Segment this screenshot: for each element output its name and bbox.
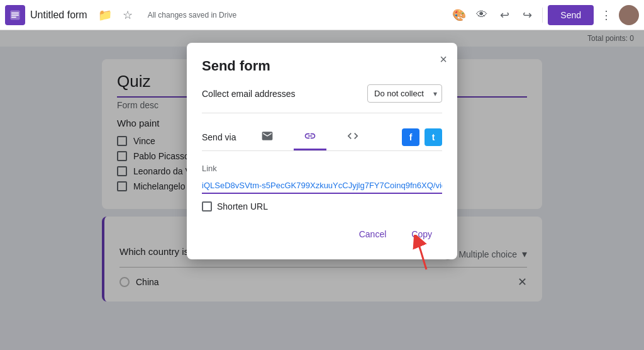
tab-link[interactable]	[294, 123, 326, 150]
link-section-label: Link	[202, 164, 442, 173]
facebook-share-icon[interactable]: f	[402, 128, 419, 146]
link-input[interactable]	[202, 178, 442, 194]
collect-email-row: Collect email addresses Do not collect	[202, 84, 442, 113]
collect-select-wrap: Do not collect	[367, 84, 442, 103]
eye-icon-btn[interactable]: 👁	[472, 5, 492, 25]
tab-embed[interactable]	[336, 123, 369, 150]
modal-title: Send form	[202, 58, 442, 74]
shorten-url-label: Shorten URL	[217, 201, 268, 212]
modal-actions: Cancel Copy	[202, 224, 442, 244]
tab-email[interactable]	[251, 123, 284, 150]
user-avatar[interactable]	[619, 5, 639, 25]
modal-overlay: Send form × Collect email addresses Do n…	[0, 30, 644, 350]
topbar-file-icons: 📁 ☆	[95, 5, 138, 25]
redo-icon-btn[interactable]: ↪	[517, 5, 537, 25]
svg-rect-3	[11, 16, 16, 18]
modal-close-button[interactable]: ×	[440, 53, 447, 65]
send-button[interactable]: Send	[548, 5, 594, 25]
more-menu-btn[interactable]: ⋮	[596, 5, 616, 25]
twitter-share-icon[interactable]: t	[425, 128, 442, 146]
app-icon	[5, 5, 25, 25]
social-icons: f t	[402, 128, 442, 146]
saved-text: All changes saved in Drive	[148, 11, 445, 20]
topbar: Untitled form 📁 ☆ All changes saved in D…	[0, 0, 644, 30]
form-title: Untitled form	[30, 9, 87, 21]
undo-icon-btn[interactable]: ↩	[494, 5, 514, 25]
shorten-url-row: Shorten URL	[202, 201, 442, 212]
cancel-button[interactable]: Cancel	[349, 224, 397, 244]
copy-button[interactable]: Copy	[401, 224, 442, 244]
svg-rect-2	[11, 14, 19, 16]
svg-rect-1	[11, 12, 19, 13]
send-form-modal: Send form × Collect email addresses Do n…	[187, 43, 457, 259]
collect-email-label: Collect email addresses	[202, 89, 296, 99]
shorten-url-checkbox[interactable]	[202, 201, 212, 212]
folder-icon-btn[interactable]: 📁	[95, 5, 115, 25]
content-area: Total points: 0 Quiz Form desc Who paint…	[0, 30, 644, 350]
send-via-row: Send via f t	[202, 123, 442, 151]
collect-email-select[interactable]: Do not collect	[367, 84, 442, 103]
send-via-label: Send via	[202, 132, 236, 142]
palette-icon-btn[interactable]: 🎨	[449, 5, 469, 25]
topbar-divider	[542, 8, 543, 23]
star-icon-btn[interactable]: ☆	[118, 5, 138, 25]
topbar-right: 🎨 👁 ↩ ↪ Send ⋮	[449, 5, 639, 25]
